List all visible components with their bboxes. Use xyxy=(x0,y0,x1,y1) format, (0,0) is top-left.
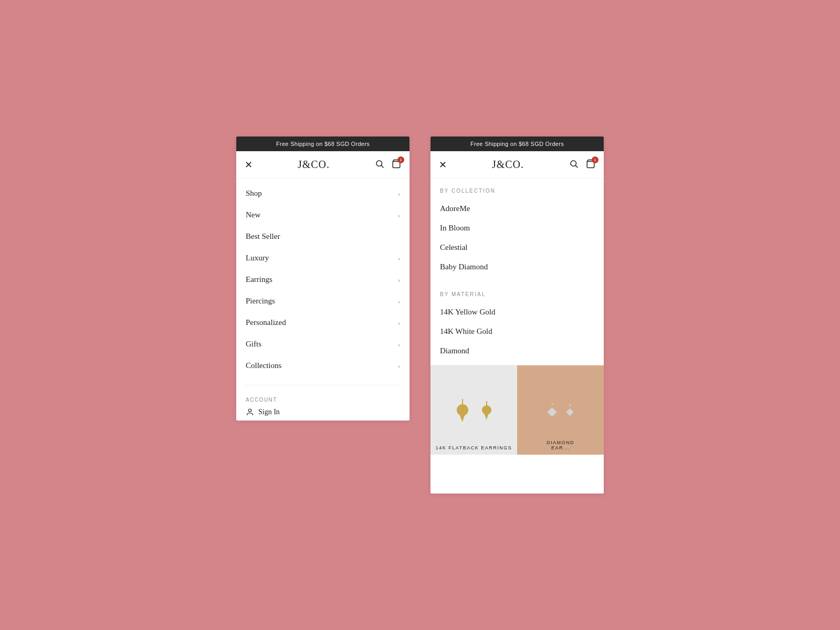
nav-icons: 1 xyxy=(375,159,401,171)
brand-logo-right: J&CO. xyxy=(492,159,524,171)
material-white-gold[interactable]: 14K White Gold xyxy=(430,322,604,341)
product-image-flatback xyxy=(430,365,517,455)
menu-item-label: Personalized xyxy=(246,318,286,327)
account-section: Account Sign In xyxy=(236,390,410,421)
close-button-right[interactable]: ✕ xyxy=(439,159,447,171)
material-yellow-gold[interactable]: 14K Yellow Gold xyxy=(430,302,604,322)
collection-celestial[interactable]: Celestial xyxy=(430,238,604,257)
collection-adore-me[interactable]: AdoreMe xyxy=(430,199,604,218)
menu-item-best-seller[interactable]: Best Seller xyxy=(236,226,410,247)
cart-button[interactable]: 1 xyxy=(392,159,401,171)
announcement-bar: Free Shipping on $68 SGD Orders xyxy=(236,136,410,151)
chevron-right-icon: › xyxy=(398,211,400,219)
chevron-right-icon: › xyxy=(398,319,400,327)
menu-item-label: Best Seller xyxy=(246,232,280,241)
menu-item-new[interactable]: New › xyxy=(236,204,410,226)
collection-baby-diamond[interactable]: Baby Diamond xyxy=(430,257,604,277)
search-icon-right xyxy=(569,159,579,169)
brand-logo: J&CO. xyxy=(298,159,330,171)
panels-container: Free Shipping on $68 SGD Orders ✕ J&CO. … xyxy=(236,136,604,494)
svg-point-4 xyxy=(571,161,576,166)
chevron-right-icon: › xyxy=(398,190,400,198)
menu-item-piercings[interactable]: Piercings › xyxy=(236,290,410,312)
account-label: Account xyxy=(246,397,400,403)
chevron-right-icon: › xyxy=(398,340,400,349)
cart-badge: 1 xyxy=(397,156,404,163)
menu-item-collections[interactable]: Collections › xyxy=(236,355,410,376)
earring-decoration xyxy=(457,404,491,416)
menu-item-label: Piercings xyxy=(246,297,275,306)
announcement-text-right: Free Shipping on $68 SGD Orders xyxy=(470,141,564,147)
by-material-label: By Material xyxy=(430,282,604,302)
svg-point-3 xyxy=(248,409,251,412)
search-button[interactable] xyxy=(375,159,384,171)
user-icon xyxy=(246,408,254,416)
menu-item-personalized[interactable]: Personalized › xyxy=(236,312,410,333)
chevron-right-icon: › xyxy=(398,254,400,262)
product-strip: 14K FLATBACK EARRINGS xyxy=(430,365,604,455)
nav-header-right: ✕ J&CO. 1 xyxy=(430,151,604,178)
left-panel: Free Shipping on $68 SGD Orders ✕ J&CO. … xyxy=(236,136,410,421)
material-diamond[interactable]: Diamond xyxy=(430,341,604,361)
cart-badge-right: 1 xyxy=(592,156,598,163)
close-button[interactable]: ✕ xyxy=(245,159,253,171)
section-gap xyxy=(430,277,604,282)
collection-in-bloom[interactable]: In Bloom xyxy=(430,218,604,238)
svg-point-0 xyxy=(376,161,382,166)
menu-item-shop[interactable]: Shop › xyxy=(236,183,410,204)
announcement-text: Free Shipping on $68 SGD Orders xyxy=(276,141,370,147)
product-card-flatback[interactable]: 14K FLATBACK EARRINGS xyxy=(430,365,517,455)
svg-line-5 xyxy=(575,165,578,167)
right-content: By Collection AdoreMe In Bloom Celestial… xyxy=(430,178,604,455)
cart-button-right[interactable]: 1 xyxy=(586,159,595,171)
search-icon xyxy=(375,159,384,169)
menu-item-label: New xyxy=(246,211,260,219)
diamond-decoration xyxy=(548,403,574,417)
earring-item-right xyxy=(482,405,491,415)
svg-line-1 xyxy=(381,165,383,167)
menu-item-earrings[interactable]: Earrings › xyxy=(236,269,410,290)
earring-item-left xyxy=(457,404,468,416)
menu-item-luxury[interactable]: Luxury › xyxy=(236,247,410,269)
by-collection-label: By Collection xyxy=(430,178,604,199)
chevron-right-icon: › xyxy=(398,362,400,370)
nav-header: ✕ J&CO. 1 xyxy=(236,151,410,178)
right-panel: Free Shipping on $68 SGD Orders ✕ J&CO. … xyxy=(430,136,604,494)
menu-divider xyxy=(246,385,400,385)
announcement-bar-right: Free Shipping on $68 SGD Orders xyxy=(430,136,604,151)
menu-item-label: Gifts xyxy=(246,340,261,349)
product-label-flatback: 14K FLATBACK EARRINGS xyxy=(430,445,517,450)
nav-menu: Shop › New › Best Seller Luxury › Earrin… xyxy=(236,178,410,381)
sign-in-label: Sign In xyxy=(258,408,280,416)
menu-item-label: Shop xyxy=(246,189,262,198)
chevron-right-icon: › xyxy=(398,276,400,284)
menu-item-label: Luxury xyxy=(246,254,269,262)
menu-item-label: Earrings xyxy=(246,275,272,284)
product-card-diamond[interactable]: DIAMONDEAR... xyxy=(517,365,604,455)
search-button-right[interactable] xyxy=(569,159,579,171)
nav-icons-right: 1 xyxy=(569,159,595,171)
sign-in-button[interactable]: Sign In xyxy=(246,408,400,416)
chevron-right-icon: › xyxy=(398,297,400,306)
product-label-diamond: DIAMONDEAR... xyxy=(517,440,604,450)
menu-item-label: Collections xyxy=(246,361,281,370)
menu-item-gifts[interactable]: Gifts › xyxy=(236,333,410,355)
